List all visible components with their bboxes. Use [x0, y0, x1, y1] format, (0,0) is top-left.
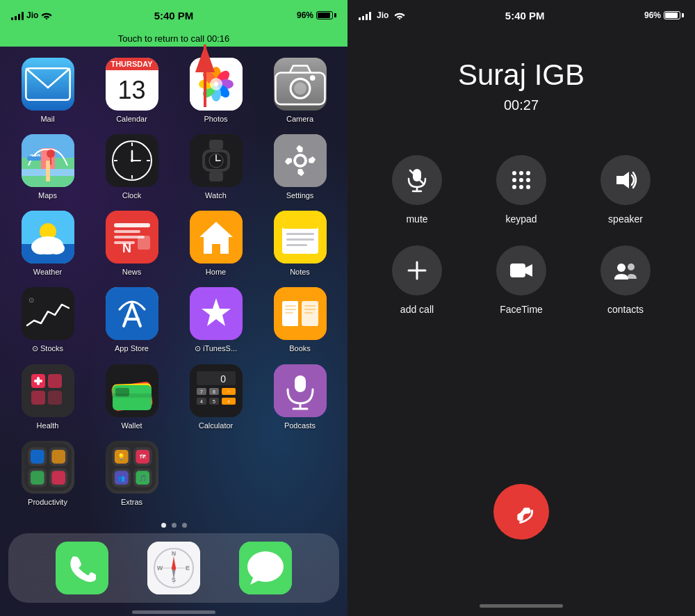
return-to-call-text: Touch to return to call 00:16 [118, 33, 229, 44]
facetime-icon [509, 261, 534, 280]
svg-rect-73 [286, 238, 314, 241]
svg-rect-129 [51, 450, 65, 464]
app-item-books[interactable]: Books [263, 287, 336, 353]
mute-btn-circle [392, 155, 442, 205]
app-item-notes[interactable]: Notes [263, 211, 336, 276]
svg-rect-87 [285, 312, 293, 314]
app-item-appstore[interactable]: App Store [95, 287, 168, 353]
app-label-books: Books [289, 344, 311, 352]
svg-point-166 [512, 178, 516, 182]
svg-text:4: 4 [200, 399, 203, 404]
svg-rect-90 [304, 312, 313, 314]
keypad-button[interactable]: keypad [480, 155, 563, 225]
svg-text:💡: 💡 [117, 453, 126, 461]
call-duration: 00:27 [504, 97, 539, 113]
app-label-calendar: Calendar [116, 115, 147, 123]
svg-point-15 [294, 82, 306, 95]
app-item-clock[interactable]: Clock [95, 134, 168, 200]
svg-point-45 [296, 156, 304, 165]
app-item-maps[interactable]: 280 Maps [11, 134, 84, 200]
app-grid: Mail Thursday 13 Calendar [0, 47, 348, 517]
home-indicator-left [0, 608, 348, 616]
svg-text:🎵: 🎵 [138, 474, 147, 483]
facetime-btn-circle [496, 245, 546, 295]
svg-text:0: 0 [220, 373, 226, 384]
app-item-stocks[interactable]: ⊙ ⊙ Stocks [11, 287, 84, 353]
battery-left: 96% [297, 10, 336, 20]
svg-rect-93 [48, 374, 62, 388]
app-item-extras[interactable]: 💡 🗺 👥 🎵 Extras [95, 441, 168, 506]
svg-text:🗺: 🗺 [139, 453, 145, 460]
app-icon-health [22, 364, 74, 417]
svg-text:W: W [157, 565, 163, 572]
contacts-label: contacts [607, 304, 644, 315]
page-dot-3[interactable] [182, 523, 187, 528]
app-item-weather[interactable]: Weather [11, 211, 84, 276]
calendar-date: 13 [106, 70, 158, 111]
app-label-camera: Camera [286, 115, 313, 123]
app-item-health[interactable]: Health [11, 364, 84, 430]
svg-point-157 [247, 551, 284, 582]
svg-point-170 [519, 185, 523, 189]
dock-icon-messages [239, 542, 292, 594]
speaker-button[interactable]: speaker [584, 155, 667, 225]
app-label-extras: Extras [121, 498, 142, 506]
app-label-notes: Notes [290, 268, 310, 276]
svg-rect-74 [286, 244, 307, 246]
time-left: 5:40 PM [154, 10, 194, 22]
dock-item-phone[interactable] [56, 542, 108, 594]
svg-rect-105 [197, 371, 236, 385]
app-item-camera[interactable]: Camera [263, 58, 336, 123]
keypad-btn-circle [496, 155, 546, 205]
facetime-button[interactable]: FaceTime [480, 245, 563, 315]
page-dot-2[interactable] [172, 523, 177, 528]
speaker-label: speaker [608, 213, 643, 225]
svg-rect-61 [114, 223, 150, 227]
app-item-watch[interactable]: Watch [179, 134, 252, 200]
contacts-button[interactable]: contacts [584, 245, 667, 315]
mute-icon [406, 168, 428, 193]
page-dot-1[interactable] [161, 523, 166, 528]
return-to-call-banner[interactable]: Touch to return to call 00:16 [0, 31, 348, 47]
app-item-mail[interactable]: Mail [11, 58, 84, 123]
svg-point-59 [48, 242, 65, 254]
carrier-name-left: Jio [26, 10, 38, 20]
app-item-settings[interactable]: Settings [263, 134, 336, 200]
app-label-stocks: ⊙ Stocks [32, 344, 63, 353]
app-label-podcasts: Podcasts [284, 421, 316, 430]
app-item-wallet[interactable]: Wallet [95, 364, 168, 430]
app-icon-productivity [22, 441, 74, 494]
svg-rect-65 [138, 236, 150, 250]
end-call-icon [507, 498, 535, 526]
svg-rect-103 [113, 394, 152, 398]
app-label-home: Home [206, 268, 226, 276]
app-icon-podcasts [274, 364, 327, 417]
signal-bars-left [11, 10, 24, 20]
dock-item-messages[interactable] [239, 542, 292, 594]
app-label-maps: Maps [38, 191, 57, 200]
app-item-photos[interactable]: Photos [179, 58, 252, 123]
calendar-day: Thursday [106, 58, 158, 70]
svg-point-12 [210, 78, 222, 90]
add-call-button[interactable]: add call [375, 245, 459, 315]
app-icon-maps: 280 [22, 134, 74, 187]
dock-item-safari[interactable]: N S E W [147, 542, 200, 594]
time-right: 5:40 PM [505, 10, 545, 22]
app-item-podcasts[interactable]: Podcasts [263, 364, 336, 430]
call-info: Suraj IGB 00:27 mute [348, 31, 695, 484]
app-item-home[interactable]: Home [179, 211, 252, 276]
svg-point-164 [519, 171, 523, 175]
svg-marker-176 [525, 264, 532, 277]
app-item-itunes[interactable]: ⊙ iTunesS... [179, 287, 252, 353]
svg-point-34 [131, 159, 133, 162]
mute-label: mute [406, 213, 427, 225]
svg-rect-91 [22, 364, 74, 417]
app-item-news[interactable]: N News [95, 211, 168, 276]
app-item-productivity[interactable]: Productivity [11, 441, 84, 506]
mute-button[interactable]: mute [375, 155, 459, 225]
app-item-calculator[interactable]: 0 7 8 ÷ 4 5 × Calcu [179, 364, 252, 430]
app-item-calendar[interactable]: Thursday 13 Calendar [95, 58, 168, 123]
call-screen: Jio 5:40 PM 96% Suraj IGB 00:27 [348, 0, 695, 616]
end-call-button[interactable] [493, 484, 549, 540]
svg-rect-75 [22, 287, 74, 340]
